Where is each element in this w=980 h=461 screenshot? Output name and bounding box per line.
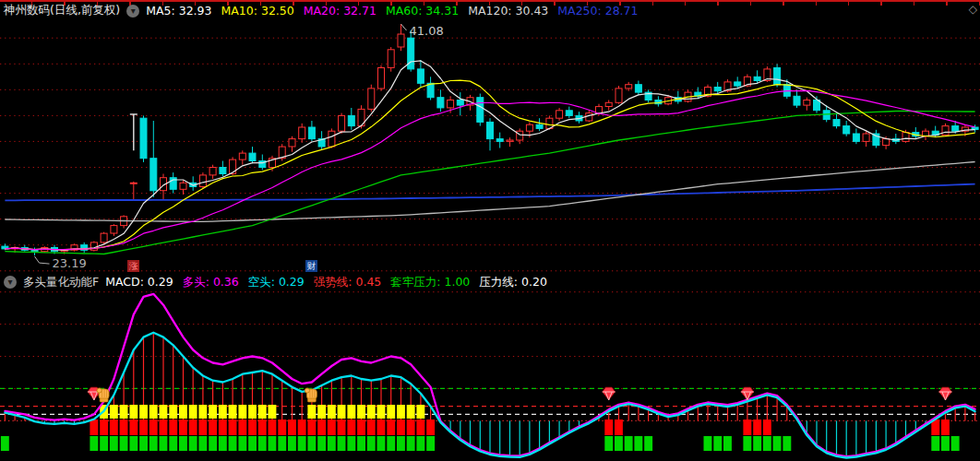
yellow-signal-block [407,405,415,419]
chart-window: ◇ 神州数码(日线,前复权) ▾ MA5: 32.93MA10: 32.50MA… [0,0,980,461]
green-signal-block [338,436,346,451]
red-signal-block [763,420,771,435]
ma10-field: MA10: 32.50 [221,4,294,18]
yellow-signal-block [219,405,227,419]
yellow-signal-block [317,405,326,419]
red-signal-block [238,420,246,435]
green-signal-block [615,436,623,451]
markers-layer [88,387,952,402]
green-signal-block [604,436,613,451]
green-signal-block [753,436,761,451]
yellow-signal-block [229,405,237,419]
yellow-signal-block [238,405,246,419]
green-signal-block [160,436,168,451]
red-signal-block [298,420,306,435]
red-signal-block [615,420,623,435]
green-signal-block [120,436,128,451]
indicator-title: 多头量化动能F [23,275,99,290]
red-signal-block [110,420,118,435]
green-signal-block [179,436,187,451]
red-signal-block [120,420,128,435]
low-price-label: 23.19 [53,256,87,270]
green-signal-block [129,436,137,451]
yellow-signal-block [120,405,128,419]
green-signal-block [783,436,791,451]
red-signal-block [377,420,386,435]
yellow-signal-block [169,405,177,419]
yellow-signal-block [397,405,405,419]
red-signal-block [347,420,355,435]
bear-field: 空头: 0.29 [248,275,305,290]
price-callouts: 41.0823.19 [35,24,444,270]
red-signal-block [407,420,415,435]
green-signal-block [1,436,9,451]
yellow-signal-block [160,405,168,419]
green-signal-block [723,436,732,451]
yellow-signal-block [149,405,158,419]
red-signal-block [198,420,207,435]
yellow-signal-block [377,405,386,419]
green-signal-block [110,436,118,451]
yellow-signal-block [269,405,277,419]
green-signal-block [328,436,336,451]
green-signal-block [941,436,950,451]
momentum-indicator-chart[interactable] [0,291,980,461]
red-signal-block [278,420,286,435]
green-signal-block [189,436,197,451]
red-signal-block [229,420,237,435]
main-chart-header: 神州数码(日线,前复权) ▾ MA5: 32.93MA10: 32.50MA20… [4,4,639,18]
red-signal-block [248,420,257,435]
chevron-down-icon[interactable]: ▾ [126,5,139,18]
red-signal-block [179,420,187,435]
green-signal-block [416,436,424,451]
gem-icon [603,387,615,400]
red-signal-block [129,420,137,435]
hand-icon [305,388,317,402]
green-signal-block [238,436,246,451]
green-signal-block [407,436,415,451]
pressure-line-field: 压力线: 0.20 [479,275,547,290]
yellow-signal-block [179,405,187,419]
green-signal-block [397,436,405,451]
high-price-label: 41.08 [410,24,444,38]
green-signal-block [713,436,722,451]
green-signal-block [377,436,386,451]
red-signal-block [139,420,148,435]
indicator-values: MACD: 0.29多头: 0.36空头: 0.29强势线: 0.45套牢压力:… [105,275,547,290]
red-signal-block [941,420,950,435]
yellow-signal-block [198,405,207,419]
red-signal-block [328,420,336,435]
red-signal-block [743,420,751,435]
macd-field: MACD: 0.29 [105,275,173,290]
diamond-tool-icon[interactable]: ◇ [969,4,977,15]
ma-values: MA5: 32.93MA10: 32.50MA20: 32.71MA60: 34… [146,4,638,18]
green-signal-block [248,436,257,451]
green-signal-block [357,436,365,451]
yellow-signal-block [328,405,336,419]
green-signal-block [149,436,158,451]
green-signal-block [317,436,326,451]
red-signal-block [160,420,168,435]
green-signal-block [90,436,98,451]
red-signal-block [269,420,277,435]
red-signal-block [189,420,197,435]
green-signal-block [367,436,376,451]
red-signal-block [338,420,346,435]
yellow-signal-block [307,405,316,419]
green-signal-block [198,436,207,451]
gem-icon [939,387,952,400]
yellow-signal-block [258,405,267,419]
yellow-signal-block [110,405,118,419]
indicator-gridlines [0,292,980,421]
limit-up-badge: 涨 [127,260,139,272]
green-signal-block [387,436,395,451]
red-signal-block [317,420,326,435]
green-signal-block [704,436,712,451]
ma250-field: MA250: 28.71 [557,4,638,18]
red-signal-block [604,420,613,435]
chevron-down-icon[interactable]: ▾ [4,276,17,289]
red-signal-block [258,420,267,435]
red-signal-block [307,420,316,435]
red-signal-block [219,420,227,435]
main-candlestick-chart[interactable]: 41.0823.19 [0,18,980,273]
